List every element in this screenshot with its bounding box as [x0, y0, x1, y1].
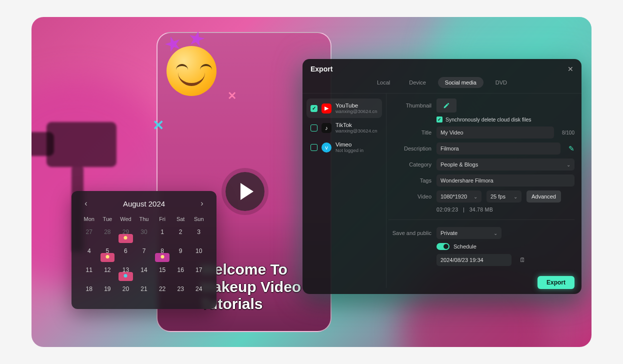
- export-tab[interactable]: Local: [370, 77, 397, 88]
- calendar-day[interactable]: 28: [99, 227, 116, 244]
- calendar-day[interactable]: 18: [80, 284, 98, 301]
- calendar-day[interactable]: 10: [190, 246, 208, 263]
- platform-account: wanxing@30624.cn: [336, 128, 378, 134]
- calendar-day[interactable]: 21: [136, 284, 153, 301]
- description-input[interactable]: Filmora: [436, 142, 560, 154]
- ai-assist-icon[interactable]: ✎: [568, 144, 574, 152]
- checkbox-icon: [310, 124, 318, 132]
- filesize-value: 34.78 MB: [470, 206, 493, 212]
- title-label: Title: [388, 130, 432, 136]
- export-button[interactable]: Export: [538, 276, 574, 289]
- chevron-down-icon: ⌄: [474, 194, 478, 200]
- export-dialog: Export ✕ LocalDeviceSocial mediaDVD ▶You…: [302, 59, 582, 294]
- calendar-day[interactable]: 2: [172, 227, 190, 244]
- platform-meta: TikTokwanxing@30624.cn: [336, 122, 378, 134]
- privacy-select[interactable]: Private ⌄: [436, 227, 502, 239]
- advanced-button[interactable]: Advanced: [526, 190, 561, 202]
- checkbox-icon: ✓: [436, 116, 442, 122]
- calendar-title: August 2024: [123, 200, 165, 208]
- schedule-label: Schedule: [454, 244, 476, 250]
- calendar-day[interactable]: 11: [80, 265, 98, 282]
- schedule-datetime-input[interactable]: 2024/08/23 19:34: [436, 254, 512, 266]
- calendar-day[interactable]: 4: [80, 246, 98, 263]
- checkbox-icon: [310, 105, 318, 112]
- calendar-day[interactable]: 9: [172, 246, 190, 263]
- calendar-header: ‹ August 2024 ›: [80, 198, 208, 209]
- vm-icon: v: [322, 142, 332, 152]
- tt-icon: ♪: [322, 123, 332, 133]
- sync-delete-option[interactable]: ✓ Synchronously delete cloud disk files: [436, 116, 574, 122]
- platform-item[interactable]: ▶YouTubewanxing@30624.cn: [306, 98, 382, 118]
- thumbnail-label: Thumbnail: [388, 102, 432, 108]
- export-tabs: LocalDeviceSocial mediaDVD: [302, 77, 582, 93]
- platform-meta: YouTubewanxing@30624.cn: [336, 102, 378, 114]
- resolution-value: 1080*1920: [440, 194, 467, 200]
- star-struck-emoji: ★★: [164, 42, 219, 97]
- calendar-dow: Wed: [117, 214, 134, 225]
- tags-input[interactable]: Wondershare Filmora: [436, 174, 574, 186]
- platform-account: Not logged in: [336, 148, 364, 153]
- yt-icon: ▶: [322, 104, 332, 114]
- calendar-icon[interactable]: 🗓: [520, 256, 526, 264]
- calendar-day[interactable]: 6: [117, 246, 134, 263]
- export-tab[interactable]: DVD: [488, 77, 514, 88]
- calendar-day[interactable]: 22: [154, 284, 171, 301]
- schedule-toggle[interactable]: [436, 243, 450, 250]
- platform-account: wanxing@30624.cn: [336, 108, 378, 114]
- resolution-select[interactable]: 1080*1920 ⌄: [436, 190, 482, 202]
- edit-icon: [443, 102, 450, 109]
- export-titlebar: Export ✕: [302, 59, 582, 77]
- play-button[interactable]: [226, 172, 264, 211]
- close-button[interactable]: ✕: [568, 65, 574, 73]
- calendar-grid: MonTueWedThuFriSatSun2728293012345678910…: [80, 214, 208, 301]
- export-title: Export: [310, 65, 332, 73]
- promo-stage: ★★ ✕ ✕ Welcome To Makeup Video Tutorials…: [32, 17, 592, 347]
- duration-value: 02:09:23: [436, 206, 458, 212]
- calendar-day[interactable]: 1: [154, 227, 171, 244]
- calendar-day[interactable]: 16: [172, 265, 190, 282]
- platform-list: ▶YouTubewanxing@30624.cn♪TikTokwanxing@3…: [302, 94, 386, 288]
- checkbox-icon: [310, 144, 318, 151]
- export-tab[interactable]: Device: [402, 77, 433, 88]
- calendar-dow: Thu: [136, 214, 153, 225]
- tags-label: Tags: [388, 178, 432, 184]
- calendar-next-button[interactable]: ›: [196, 198, 208, 209]
- category-select[interactable]: People & Blogs ⌄: [436, 158, 574, 170]
- thumbnail-picker[interactable]: [436, 98, 456, 112]
- calendar-prev-button[interactable]: ‹: [80, 198, 92, 209]
- fps-select[interactable]: 25 fps ⌄: [486, 190, 522, 202]
- calendar-dow: Fri: [154, 214, 171, 225]
- calendar-day[interactable]: 17: [190, 265, 208, 282]
- calendar-day[interactable]: 7: [136, 246, 153, 263]
- calendar-day[interactable]: 29: [117, 227, 134, 244]
- calendar-day[interactable]: 24: [190, 284, 208, 301]
- sync-label: Synchronously delete cloud disk files: [446, 116, 532, 122]
- calendar-day[interactable]: 12: [99, 265, 116, 282]
- platform-name: Vimeo: [336, 142, 364, 148]
- calendar-day[interactable]: 14: [136, 265, 153, 282]
- calendar-dow: Sun: [190, 214, 208, 225]
- calendar-day[interactable]: 30: [136, 227, 153, 244]
- platform-name: TikTok: [336, 122, 378, 128]
- calendar-day[interactable]: 5: [99, 246, 116, 263]
- calendar-day[interactable]: 20: [117, 284, 134, 301]
- calendar-day[interactable]: 8: [154, 246, 171, 263]
- category-value: People & Blogs: [440, 162, 478, 168]
- platform-meta: VimeoNot logged in: [336, 142, 364, 153]
- calendar-day[interactable]: 15: [154, 265, 171, 282]
- calendar-day[interactable]: 23: [172, 284, 190, 301]
- chevron-down-icon: ⌄: [494, 230, 498, 236]
- platform-item[interactable]: vVimeoNot logged in: [306, 138, 382, 157]
- camera-silhouette: [46, 122, 116, 167]
- description-label: Description: [388, 146, 432, 152]
- export-tab[interactable]: Social media: [438, 77, 484, 88]
- calendar-day[interactable]: 3: [190, 227, 208, 244]
- chevron-down-icon: ⌄: [566, 162, 570, 168]
- calendar-dow: Tue: [99, 214, 116, 225]
- calendar-day[interactable]: 27: [80, 227, 98, 244]
- platform-item[interactable]: ♪TikTokwanxing@30624.cn: [306, 118, 382, 138]
- privacy-value: Private: [440, 230, 458, 236]
- calendar-day[interactable]: 13: [117, 265, 134, 282]
- calendar-day[interactable]: 19: [99, 284, 116, 301]
- title-input[interactable]: My Video: [436, 126, 554, 138]
